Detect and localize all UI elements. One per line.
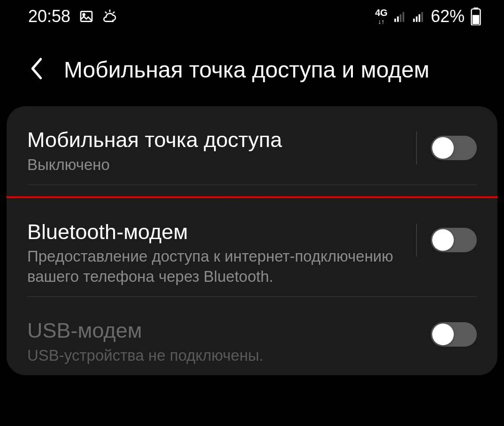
status-right: 4G ↓↑ 62% (375, 7, 481, 26)
toggle-knob (432, 137, 454, 159)
svg-rect-2 (394, 19, 396, 22)
setting-title-hotspot: Мобильная точка доступа (27, 128, 407, 152)
back-icon[interactable] (28, 56, 45, 83)
status-left: 20:58 (28, 7, 117, 26)
svg-rect-3 (397, 16, 399, 22)
weather-icon (102, 9, 117, 24)
setting-row-hotspot[interactable]: Мобильная точка доступа Выключено (7, 106, 497, 185)
svg-rect-9 (421, 12, 423, 22)
setting-subtitle-hotspot: Выключено (27, 155, 407, 175)
status-bar: 20:58 4G ↓↑ (0, 0, 504, 33)
signal-icon-2 (412, 10, 425, 23)
toggle-divider (416, 224, 417, 256)
setting-title-bluetooth: Bluetooth-модем (27, 220, 407, 244)
toggle-knob (432, 229, 454, 251)
setting-text: Мобильная точка доступа Выключено (27, 128, 407, 175)
image-icon (79, 9, 94, 24)
toggle-usb (431, 322, 477, 347)
page-title: Мобильная точка доступа и модем (64, 57, 429, 83)
toggle-wrap (431, 318, 477, 347)
svg-rect-7 (416, 16, 418, 22)
setting-text: Bluetooth-модем Предоставление доступа к… (27, 220, 407, 287)
svg-rect-6 (413, 19, 415, 22)
toggle-divider (416, 132, 417, 164)
toggle-bluetooth[interactable] (431, 228, 477, 252)
highlighted-row: Мобильная точка доступа Выключено (7, 106, 497, 198)
svg-rect-4 (400, 14, 402, 22)
page-header: Мобильная точка доступа и модем (0, 33, 504, 106)
toggle-knob (432, 324, 454, 345)
svg-rect-8 (419, 14, 420, 22)
status-time: 20:58 (28, 7, 70, 26)
setting-subtitle-bluetooth: Предоставление доступа к интернет-подклю… (27, 247, 407, 287)
setting-text: USB-модем USB-устройства не подключены. (27, 318, 421, 366)
toggle-wrap (416, 128, 477, 164)
setting-title-usb: USB-модем (27, 318, 421, 343)
setting-subtitle-usb: USB-устройства не подключены. (27, 346, 421, 366)
setting-row-bluetooth[interactable]: Bluetooth-модем Предоставление доступа к… (7, 198, 497, 297)
setting-row-usb: USB-модем USB-устройства не подключены. (7, 297, 497, 375)
row-divider (27, 185, 477, 185)
svg-rect-5 (403, 12, 405, 22)
signal-icon-1 (393, 10, 406, 23)
settings-card: Мобильная точка доступа Выключено Blueto… (7, 106, 497, 375)
toggle-hotspot[interactable] (431, 136, 477, 160)
network-4g-icon: 4G ↓↑ (375, 8, 388, 25)
battery-percent: 62% (431, 7, 465, 26)
svg-rect-12 (473, 15, 479, 24)
svg-point-1 (83, 14, 85, 15)
toggle-wrap (416, 220, 477, 256)
battery-icon (470, 8, 481, 25)
